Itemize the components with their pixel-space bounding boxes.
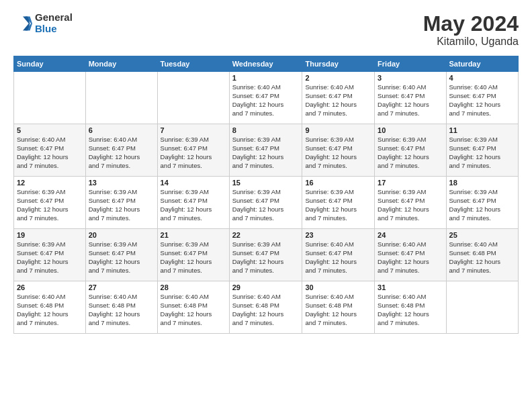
day-detail: Sunrise: 6:39 AM Sunset: 6:47 PM Dayligh… — [89, 188, 154, 222]
calendar-cell: 13Sunrise: 6:39 AM Sunset: 6:47 PM Dayli… — [85, 177, 157, 229]
day-number: 5 — [17, 126, 83, 134]
day-number: 9 — [305, 126, 371, 134]
day-detail: Sunrise: 6:39 AM Sunset: 6:47 PM Dayligh… — [161, 240, 226, 275]
calendar-week-4: 19Sunrise: 6:39 AM Sunset: 6:47 PM Dayli… — [14, 229, 519, 281]
calendar-cell: 22Sunrise: 6:39 AM Sunset: 6:47 PM Dayli… — [229, 229, 302, 281]
calendar-header-tuesday: Tuesday — [157, 56, 229, 72]
day-number: 12 — [17, 179, 83, 187]
day-detail: Sunrise: 6:39 AM Sunset: 6:47 PM Dayligh… — [89, 240, 154, 275]
calendar-week-1: 1Sunrise: 6:40 AM Sunset: 6:47 PM Daylig… — [14, 72, 519, 124]
calendar-cell: 31Sunrise: 6:40 AM Sunset: 6:48 PM Dayli… — [375, 281, 446, 334]
day-detail: Sunrise: 6:40 AM Sunset: 6:48 PM Dayligh… — [17, 293, 83, 327]
day-number: 13 — [89, 179, 154, 187]
logo-blue-text: Blue — [35, 24, 73, 35]
calendar-cell: 26Sunrise: 6:40 AM Sunset: 6:48 PM Dayli… — [14, 281, 86, 334]
calendar-cell: 23Sunrise: 6:40 AM Sunset: 6:47 PM Dayli… — [302, 229, 375, 281]
day-detail: Sunrise: 6:40 AM Sunset: 6:48 PM Dayligh… — [378, 293, 443, 327]
day-detail: Sunrise: 6:40 AM Sunset: 6:47 PM Dayligh… — [89, 136, 154, 170]
calendar-cell: 2Sunrise: 6:40 AM Sunset: 6:47 PM Daylig… — [302, 72, 375, 124]
calendar-cell — [157, 72, 229, 124]
logo-text: General Blue — [35, 12, 73, 34]
page: General Blue May 2024 Kitamilo, Uganda S… — [0, 0, 532, 411]
day-detail: Sunrise: 6:39 AM Sunset: 6:47 PM Dayligh… — [17, 188, 83, 222]
day-detail: Sunrise: 6:40 AM Sunset: 6:48 PM Dayligh… — [232, 293, 300, 327]
calendar-cell: 6Sunrise: 6:40 AM Sunset: 6:47 PM Daylig… — [85, 124, 157, 177]
day-number: 26 — [17, 283, 83, 291]
calendar-header-monday: Monday — [85, 56, 157, 72]
calendar-cell — [85, 72, 157, 124]
day-number: 8 — [232, 126, 300, 134]
day-number: 6 — [89, 126, 154, 134]
day-detail: Sunrise: 6:40 AM Sunset: 6:48 PM Dayligh… — [89, 293, 154, 327]
day-number: 1 — [232, 74, 300, 82]
logo: General Blue — [13, 12, 73, 34]
day-detail: Sunrise: 6:39 AM Sunset: 6:47 PM Dayligh… — [305, 188, 371, 222]
calendar-cell: 20Sunrise: 6:39 AM Sunset: 6:47 PM Dayli… — [85, 229, 157, 281]
header: General Blue May 2024 Kitamilo, Uganda — [13, 12, 519, 48]
day-detail: Sunrise: 6:39 AM Sunset: 6:47 PM Dayligh… — [232, 240, 300, 275]
calendar-header-thursday: Thursday — [302, 56, 375, 72]
day-detail: Sunrise: 6:40 AM Sunset: 6:48 PM Dayligh… — [161, 293, 226, 327]
calendar-week-5: 26Sunrise: 6:40 AM Sunset: 6:48 PM Dayli… — [14, 281, 519, 334]
day-detail: Sunrise: 6:39 AM Sunset: 6:47 PM Dayligh… — [305, 136, 371, 170]
calendar-cell: 15Sunrise: 6:39 AM Sunset: 6:47 PM Dayli… — [229, 177, 302, 229]
calendar-cell: 27Sunrise: 6:40 AM Sunset: 6:48 PM Dayli… — [85, 281, 157, 334]
calendar-cell: 5Sunrise: 6:40 AM Sunset: 6:47 PM Daylig… — [14, 124, 86, 177]
day-number: 15 — [232, 179, 300, 187]
day-detail: Sunrise: 6:39 AM Sunset: 6:47 PM Dayligh… — [449, 136, 515, 170]
main-title: May 2024 — [423, 12, 519, 36]
calendar-cell: 18Sunrise: 6:39 AM Sunset: 6:47 PM Dayli… — [446, 177, 518, 229]
day-number: 18 — [449, 179, 515, 187]
day-number: 25 — [449, 231, 515, 239]
day-number: 19 — [17, 231, 83, 239]
calendar-cell: 12Sunrise: 6:39 AM Sunset: 6:47 PM Dayli… — [14, 177, 86, 229]
day-number: 22 — [232, 231, 300, 239]
calendar-cell: 8Sunrise: 6:39 AM Sunset: 6:47 PM Daylig… — [229, 124, 302, 177]
day-detail: Sunrise: 6:40 AM Sunset: 6:47 PM Dayligh… — [378, 83, 443, 118]
calendar-cell: 16Sunrise: 6:39 AM Sunset: 6:47 PM Dayli… — [302, 177, 375, 229]
logo-general-text: General — [35, 12, 73, 24]
day-number: 29 — [232, 283, 300, 291]
day-number: 4 — [449, 74, 515, 82]
calendar-cell: 4Sunrise: 6:40 AM Sunset: 6:47 PM Daylig… — [446, 72, 518, 124]
day-detail: Sunrise: 6:40 AM Sunset: 6:48 PM Dayligh… — [305, 293, 371, 327]
calendar-cell: 14Sunrise: 6:39 AM Sunset: 6:47 PM Dayli… — [157, 177, 229, 229]
day-number: 24 — [378, 231, 443, 239]
calendar-cell: 11Sunrise: 6:39 AM Sunset: 6:47 PM Dayli… — [446, 124, 518, 177]
calendar-table: SundayMondayTuesdayWednesdayThursdayFrid… — [13, 56, 519, 334]
day-number: 11 — [449, 126, 515, 134]
day-number: 2 — [305, 74, 371, 82]
day-detail: Sunrise: 6:40 AM Sunset: 6:47 PM Dayligh… — [305, 240, 371, 275]
calendar-cell: 29Sunrise: 6:40 AM Sunset: 6:48 PM Dayli… — [229, 281, 302, 334]
day-detail: Sunrise: 6:39 AM Sunset: 6:47 PM Dayligh… — [161, 136, 226, 170]
day-number: 28 — [161, 283, 226, 291]
calendar-cell: 3Sunrise: 6:40 AM Sunset: 6:47 PM Daylig… — [375, 72, 446, 124]
day-number: 10 — [378, 126, 443, 134]
calendar-cell: 10Sunrise: 6:39 AM Sunset: 6:47 PM Dayli… — [375, 124, 446, 177]
day-number: 27 — [89, 283, 154, 291]
calendar-cell: 25Sunrise: 6:40 AM Sunset: 6:48 PM Dayli… — [446, 229, 518, 281]
day-detail: Sunrise: 6:39 AM Sunset: 6:47 PM Dayligh… — [232, 188, 300, 222]
calendar-cell: 30Sunrise: 6:40 AM Sunset: 6:48 PM Dayli… — [302, 281, 375, 334]
day-detail: Sunrise: 6:39 AM Sunset: 6:47 PM Dayligh… — [232, 136, 300, 170]
calendar-header-saturday: Saturday — [446, 56, 518, 72]
title-block: May 2024 Kitamilo, Uganda — [423, 12, 519, 48]
day-detail: Sunrise: 6:39 AM Sunset: 6:47 PM Dayligh… — [378, 188, 443, 222]
day-detail: Sunrise: 6:40 AM Sunset: 6:47 PM Dayligh… — [232, 83, 300, 118]
day-detail: Sunrise: 6:39 AM Sunset: 6:47 PM Dayligh… — [161, 188, 226, 222]
day-number: 23 — [305, 231, 371, 239]
calendar-cell: 1Sunrise: 6:40 AM Sunset: 6:47 PM Daylig… — [229, 72, 302, 124]
calendar-cell: 7Sunrise: 6:39 AM Sunset: 6:47 PM Daylig… — [157, 124, 229, 177]
day-detail: Sunrise: 6:40 AM Sunset: 6:47 PM Dayligh… — [305, 83, 371, 118]
day-number: 30 — [305, 283, 371, 291]
calendar-header-friday: Friday — [375, 56, 446, 72]
calendar-cell: 9Sunrise: 6:39 AM Sunset: 6:47 PM Daylig… — [302, 124, 375, 177]
calendar-cell: 28Sunrise: 6:40 AM Sunset: 6:48 PM Dayli… — [157, 281, 229, 334]
day-detail: Sunrise: 6:40 AM Sunset: 6:47 PM Dayligh… — [378, 240, 443, 275]
day-number: 7 — [161, 126, 226, 134]
calendar-cell — [446, 281, 518, 334]
calendar-cell: 24Sunrise: 6:40 AM Sunset: 6:47 PM Dayli… — [375, 229, 446, 281]
calendar-header-row: SundayMondayTuesdayWednesdayThursdayFrid… — [14, 56, 519, 72]
day-number: 20 — [89, 231, 154, 239]
calendar-header-sunday: Sunday — [14, 56, 86, 72]
